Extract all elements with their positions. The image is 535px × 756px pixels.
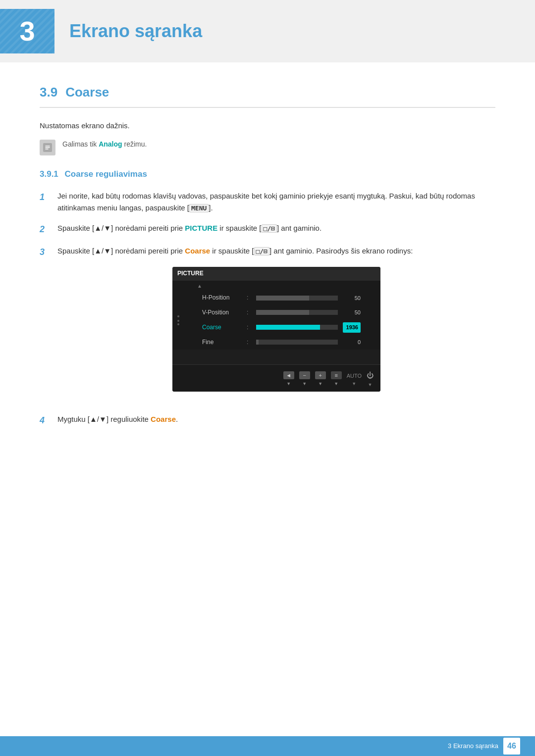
chapter-title: Ekrano sąranka xyxy=(69,17,202,46)
main-content: 3.9 Coarse Nustatomas ekrano dažnis. Gal… xyxy=(0,82,535,478)
coarse-label-3: Coarse xyxy=(185,247,210,255)
menu-h-position: H-Position : 50 xyxy=(177,291,375,305)
step-number-4: 4 xyxy=(40,413,54,428)
monitor-screenshot: PICTURE ▲ xyxy=(57,267,495,392)
step-number-1: 1 xyxy=(40,190,54,205)
page-header: 3 Ekrano sąranka xyxy=(0,0,535,62)
analog-highlight: Analog xyxy=(99,140,122,148)
coarse-label-4: Coarse xyxy=(151,415,176,423)
monitor-top-bar: PICTURE xyxy=(172,267,380,281)
menu-fine: Fine : 0 xyxy=(177,335,375,350)
list-item: 2 Spauskite [▲/▼] norėdami pereiti prie … xyxy=(40,222,495,237)
steps-list: 1 Jei norite, kad būtų rodomas klavišų v… xyxy=(40,190,495,428)
chapter-number: 3 xyxy=(19,9,35,53)
step-3-content: Spauskite [▲/▼] norėdami pereiti prie Co… xyxy=(57,245,495,406)
footer-page-number: 46 xyxy=(503,738,520,755)
btn-left: ◄ ▼ xyxy=(283,371,294,388)
step-2-content: Spauskite [▲/▼] norėdami pereiti prie PI… xyxy=(57,222,495,235)
btn-power: ⏻ ▼ xyxy=(367,370,374,389)
list-item: 3 Spauskite [▲/▼] norėdami pereiti prie … xyxy=(40,245,495,406)
picture-label: PICTURE xyxy=(185,224,217,232)
menu-v-position: V-Position : 50 xyxy=(177,305,375,320)
btn-icon-2: □/⊟ xyxy=(262,224,277,233)
page-footer: 3 Ekrano sąranka 46 xyxy=(0,736,535,756)
menu-spacer xyxy=(172,350,380,364)
menu-coarse: Coarse : 1936 xyxy=(177,320,375,335)
btn-menu: ≡ ▼ xyxy=(331,371,342,388)
section-heading: 3.9 Coarse xyxy=(40,82,495,108)
note-box: Galimas tik Analog režimu. xyxy=(40,139,495,155)
section-title: Coarse xyxy=(65,82,109,103)
btn-auto: AUTO ▼ xyxy=(347,371,362,388)
body-text: Nustatomas ekrano dažnis. xyxy=(40,120,495,132)
step-number-3: 3 xyxy=(40,245,54,260)
subsection-heading: 3.9.1 Coarse reguliavimas xyxy=(40,167,495,181)
monitor-bottom-buttons: ◄ ▼ − ▼ + ▼ ≡ xyxy=(172,364,380,392)
list-item: 1 Jei norite, kad būtų rodomas klavišų v… xyxy=(40,190,495,215)
btn-minus: − ▼ xyxy=(299,371,310,388)
menu-items-area: H-Position : 50 V-Position : xyxy=(172,291,380,350)
picture-menu-title: PICTURE xyxy=(177,269,204,279)
btn-plus: + ▼ xyxy=(315,371,326,388)
btn-icon-3: □/⊟ xyxy=(254,247,269,255)
note-icon xyxy=(40,140,55,155)
menu-key: MENU xyxy=(189,204,209,212)
footer-chapter-text: 3 Ekrano sąranka xyxy=(448,741,498,752)
chapter-number-box: 3 xyxy=(0,9,54,53)
step-4-content: Mygtuku [▲/▼] reguliuokite Coarse. xyxy=(57,413,495,426)
step-number-2: 2 xyxy=(40,222,54,237)
note-text: Galimas tik Analog režimu. xyxy=(62,139,147,150)
section-number: 3.9 xyxy=(40,82,57,103)
arrow-up-row: ▲ xyxy=(172,281,380,291)
step-1-content: Jei norite, kad būtų rodomas klavišų vad… xyxy=(57,190,495,215)
monitor-display: PICTURE ▲ xyxy=(172,267,380,392)
list-item: 4 Mygtuku [▲/▼] reguliuokite Coarse. xyxy=(40,413,495,428)
